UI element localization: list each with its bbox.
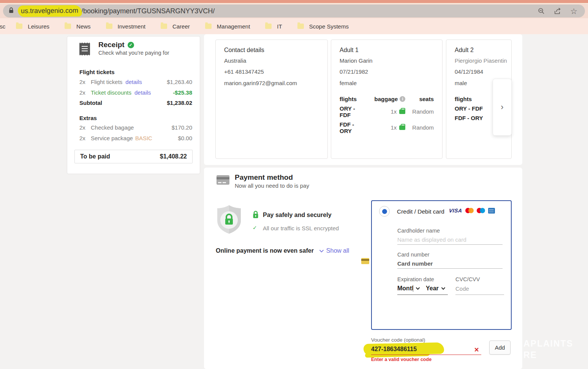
chevron-down-icon xyxy=(319,249,324,253)
card-number-input[interactable]: Card number xyxy=(397,260,433,267)
bookmark-item-investment[interactable]: Investment xyxy=(106,23,145,30)
receipt-icon xyxy=(79,43,90,55)
chevron-down-icon xyxy=(416,287,420,290)
chevron-right-icon: › xyxy=(501,102,503,112)
info-icon[interactable]: i xyxy=(400,96,405,102)
baggage-icon xyxy=(399,109,405,114)
address-bar[interactable]: us.travelgenio.com /booking/payment/TGUS… xyxy=(3,5,585,17)
adult-2-dob: 04/12/1984 xyxy=(455,67,507,76)
flight-segment: FDF - ORY xyxy=(340,121,368,134)
payment-method-subtitle: Now all you need to do is pay xyxy=(235,182,309,189)
bookmark-item-career[interactable]: Career xyxy=(161,23,190,30)
bookmark-item-management[interactable]: Management xyxy=(205,23,250,30)
receipt-section-flight-tickets: Flight tickets xyxy=(79,69,192,75)
url-path: /booking/payment/TGUSNSARGNYY3VCH/ xyxy=(81,7,215,15)
card-scan-icon[interactable] xyxy=(361,258,369,264)
amex-logo xyxy=(488,208,495,214)
contact-email: marion.garin972@gmail.com xyxy=(224,79,319,87)
credit-card-radio[interactable] xyxy=(379,206,390,217)
bookmark-item-it[interactable]: IT xyxy=(265,23,282,30)
card-brand-logos: VISA xyxy=(449,207,495,214)
adult-2-title: Adult 2 xyxy=(455,47,507,54)
voucher-input[interactable]: 427-1863486115 xyxy=(371,346,417,353)
check-icon: ✓ xyxy=(253,225,257,231)
bookmark-item-scope-systems[interactable]: Scope Systems xyxy=(297,23,349,30)
secure-subtitle: All our traffic is SSL encrypted xyxy=(263,225,339,231)
passenger-info-container: Contact details Australia +61 481347425 … xyxy=(204,34,522,165)
bookmarks-bar: isc Leisures News Investment Career Mana… xyxy=(0,18,588,34)
details-link[interactable]: details xyxy=(125,79,142,85)
cvc-input[interactable]: Code xyxy=(455,285,469,292)
browser-url-row: us.travelgenio.com /booking/payment/TGUS… xyxy=(0,3,588,18)
baggage-cell: 1x xyxy=(375,124,406,131)
baggage-cell: 1x xyxy=(375,108,406,115)
expiration-label: Expiration date xyxy=(397,276,434,282)
card-number-label: Card number xyxy=(397,252,430,258)
voucher-label: Voucher code (optional) xyxy=(371,337,425,343)
folder-icon xyxy=(205,24,212,29)
bookmark-item-leisures[interactable]: Leisures xyxy=(16,23,49,30)
bookmark-item-isc[interactable]: isc xyxy=(0,23,5,30)
receipt-row-service-package: 2x Service package BASIC $0.00 xyxy=(79,135,192,141)
folder-icon xyxy=(161,24,167,29)
adult-1-card: Adult 1 Marion Garin 07/21/1982 female f… xyxy=(331,40,443,159)
add-voucher-button[interactable]: Add xyxy=(489,340,511,355)
receipt-row-flight-tickets: 2x Flight tickets details $1,263.40 xyxy=(79,79,192,85)
seat-cell: Random xyxy=(412,124,434,131)
folder-icon xyxy=(16,24,22,29)
col-seats: seats xyxy=(412,96,434,102)
receipt-row-checked-baggage: 2x Checked bagage $170.20 xyxy=(79,124,192,131)
month-select[interactable]: Month xyxy=(397,285,420,292)
adult-1-dob: 07/21/1982 xyxy=(340,67,434,76)
cardholder-input[interactable]: Name as displayed on card xyxy=(397,236,466,243)
receipt-row-ticket-discounts: 2x Ticket discounts details -$25.38 xyxy=(79,89,192,96)
credit-card-option-label: Credit / Debit card xyxy=(397,208,444,215)
col-flights: flights xyxy=(340,96,368,102)
contact-details-title: Contact details xyxy=(224,47,319,54)
flight-segment: ORY - FDF xyxy=(340,105,368,118)
cvc-label: CVC/CVV xyxy=(455,276,480,282)
share-icon[interactable] xyxy=(553,7,562,15)
zoom-out-icon[interactable] xyxy=(537,7,545,15)
show-all-link[interactable]: Show all xyxy=(319,247,349,254)
lock-icon xyxy=(8,7,14,15)
adult-1-name: Marion Garin xyxy=(340,56,434,65)
folder-icon xyxy=(106,24,112,29)
service-package-tier: BASIC xyxy=(135,135,152,141)
visa-logo: VISA xyxy=(449,207,462,214)
lock-small-icon xyxy=(252,210,259,221)
bookmark-item-news[interactable]: News xyxy=(65,23,91,30)
receipt-panel: Receipt ✓ Check what you're paying for F… xyxy=(67,36,200,174)
url-domain-highlight: us.travelgenio.com xyxy=(18,5,82,17)
chevron-down-icon xyxy=(441,287,446,290)
details-link[interactable]: details xyxy=(134,89,151,96)
contact-phone: +61 481347425 xyxy=(224,67,319,76)
watermark: APLAINTS RE xyxy=(523,338,573,361)
folder-icon xyxy=(297,24,304,29)
year-select[interactable]: Year xyxy=(426,285,446,292)
seat-cell: Random xyxy=(412,108,434,115)
receipt-subtitle: Check what you're paying for xyxy=(98,50,169,56)
receipt-section-extras: Extras xyxy=(79,115,192,121)
clear-voucher-icon[interactable]: ✕ xyxy=(474,346,479,353)
baggage-icon xyxy=(399,125,405,130)
cardholder-label: Cardholder name xyxy=(397,228,440,234)
adult-1-flight-table: flights baggagei seats ORY - FDF 1x Rand… xyxy=(340,96,434,134)
receipt-row-subtotal: Subtotal $1,238.02 xyxy=(79,100,192,106)
page-content: Receipt ✓ Check what you're paying for F… xyxy=(0,34,588,369)
payment-method-container: Payment method Now all you need to do is… xyxy=(204,168,522,369)
online-safer-row: Online payment is now even safer Show al… xyxy=(216,247,349,254)
mastercard-logo xyxy=(465,208,474,213)
next-passenger-button[interactable]: › xyxy=(493,79,512,136)
folder-icon xyxy=(265,24,272,29)
bookmark-star-icon[interactable]: ☆ xyxy=(570,7,577,15)
credit-card-form: Credit / Debit card VISA Cardholder name… xyxy=(371,200,512,330)
contact-details-card: Contact details Australia +61 481347425 … xyxy=(215,40,328,159)
contact-country: Australia xyxy=(224,56,319,65)
shield-lock-icon xyxy=(216,204,242,236)
secure-title: Pay safely and securely xyxy=(263,212,332,219)
total-amount: $1,408.22 xyxy=(160,153,187,160)
maestro-logo xyxy=(477,208,485,213)
receipt-title: Receipt ✓ xyxy=(98,41,134,49)
check-badge-icon: ✓ xyxy=(128,42,134,48)
